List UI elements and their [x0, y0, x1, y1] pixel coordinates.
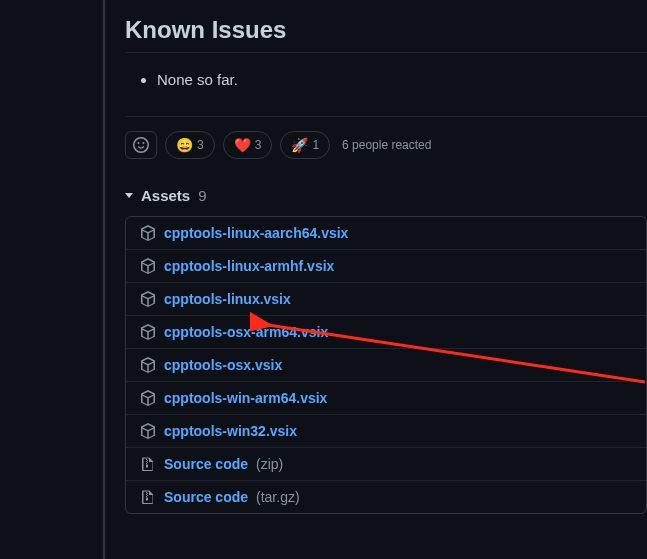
asset-row: cpptools-win32.vsix — [126, 414, 646, 447]
asset-link[interactable]: cpptools-osx-arm64.vsix — [164, 324, 328, 340]
asset-link[interactable]: cpptools-win32.vsix — [164, 423, 297, 439]
reaction-rocket[interactable]: 🚀 1 — [280, 131, 330, 159]
asset-row: Source code (tar.gz) — [126, 480, 646, 513]
reaction-count: 3 — [255, 138, 262, 152]
asset-row: cpptools-linux-aarch64.vsix — [126, 217, 646, 249]
asset-ext: (tar.gz) — [256, 489, 300, 505]
asset-row: cpptools-osx.vsix — [126, 348, 646, 381]
asset-row: cpptools-linux.vsix — [126, 282, 646, 315]
add-reaction-button[interactable] — [125, 131, 157, 159]
assets-label: Assets — [141, 187, 190, 204]
caret-down-icon — [125, 193, 133, 198]
package-icon — [140, 423, 156, 439]
asset-link[interactable]: Source code — [164, 489, 248, 505]
asset-row: Source code (zip) — [126, 447, 646, 480]
asset-row: cpptools-win-arm64.vsix — [126, 381, 646, 414]
package-icon — [140, 324, 156, 340]
release-section: Known Issues None so far. 😄 3 ❤️ 3 🚀 1 6… — [125, 16, 647, 514]
reaction-heart[interactable]: ❤️ 3 — [223, 131, 273, 159]
reaction-count: 1 — [312, 138, 319, 152]
reaction-count: 3 — [197, 138, 204, 152]
package-icon — [140, 291, 156, 307]
divider — [125, 116, 647, 117]
asset-link[interactable]: cpptools-linux-aarch64.vsix — [164, 225, 348, 241]
reaction-laugh[interactable]: 😄 3 — [165, 131, 215, 159]
package-icon — [140, 225, 156, 241]
reactions-bar: 😄 3 ❤️ 3 🚀 1 6 people reacted — [125, 131, 647, 159]
rocket-icon: 🚀 — [291, 137, 308, 153]
assets-toggle[interactable]: Assets 9 — [125, 187, 647, 204]
known-issues-heading: Known Issues — [125, 16, 647, 53]
asset-ext: (zip) — [256, 456, 283, 472]
asset-row: cpptools-linux-armhf.vsix — [126, 249, 646, 282]
package-icon — [140, 258, 156, 274]
asset-link[interactable]: cpptools-linux.vsix — [164, 291, 291, 307]
asset-row: cpptools-osx-arm64.vsix — [126, 315, 646, 348]
assets-count: 9 — [198, 187, 206, 204]
asset-link[interactable]: cpptools-win-arm64.vsix — [164, 390, 327, 406]
issue-item: None so far. — [157, 69, 647, 92]
package-icon — [140, 390, 156, 406]
heart-icon: ❤️ — [234, 137, 251, 153]
file-zip-icon — [140, 489, 156, 505]
asset-link[interactable]: Source code — [164, 456, 248, 472]
reaction-summary: 6 people reacted — [342, 138, 431, 152]
asset-link[interactable]: cpptools-osx.vsix — [164, 357, 282, 373]
package-icon — [140, 357, 156, 373]
issues-list: None so far. — [125, 69, 647, 92]
asset-link[interactable]: cpptools-linux-armhf.vsix — [164, 258, 334, 274]
timeline-line — [103, 0, 105, 559]
smiley-icon — [133, 137, 149, 153]
file-zip-icon — [140, 456, 156, 472]
laugh-icon: 😄 — [176, 137, 193, 153]
assets-list: cpptools-linux-aarch64.vsixcpptools-linu… — [125, 216, 647, 514]
